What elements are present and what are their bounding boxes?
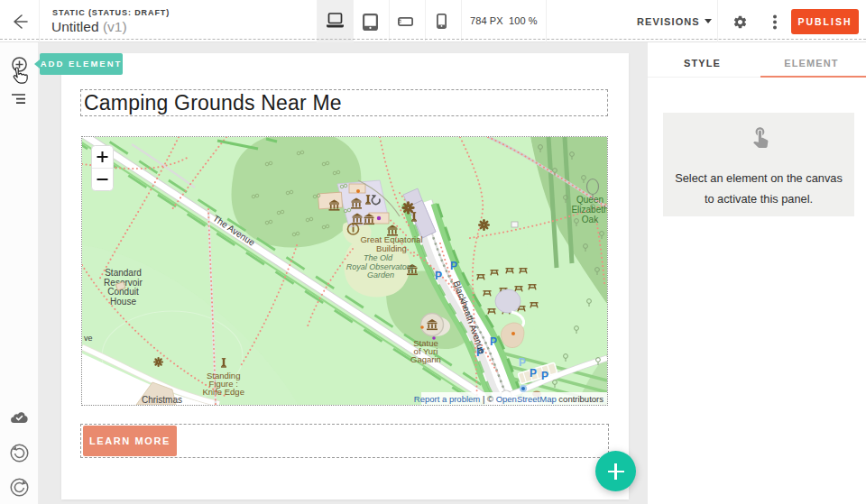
- svg-text:Garden: Garden: [367, 270, 394, 279]
- svg-text:Gagarin: Gagarin: [410, 354, 441, 364]
- svg-text:P: P: [450, 260, 457, 272]
- svg-text:P: P: [435, 270, 442, 282]
- svg-text:Queen: Queen: [576, 195, 603, 205]
- svg-text:Royal Observatory: Royal Observatory: [346, 262, 414, 271]
- svg-text:ve: ve: [84, 334, 93, 343]
- svg-text:House: House: [110, 297, 136, 307]
- svg-text:Knife Edge: Knife Edge: [202, 387, 244, 397]
- svg-text:Oak: Oak: [582, 215, 599, 225]
- svg-text:Report a problem | © OpenStree: Report a problem | © OpenStreetMap contr…: [414, 394, 603, 404]
- svg-text:The Old: The Old: [364, 253, 393, 262]
- svg-text:P: P: [490, 335, 497, 348]
- svg-text:P: P: [519, 356, 526, 369]
- svg-text:Building: Building: [376, 243, 407, 253]
- svg-text:P: P: [541, 370, 548, 382]
- svg-text:Christmas: Christmas: [142, 395, 182, 405]
- svg-text:Elizabeth: Elizabeth: [571, 205, 607, 215]
- svg-text:Standard: Standard: [105, 268, 142, 278]
- svg-text:P: P: [530, 367, 537, 380]
